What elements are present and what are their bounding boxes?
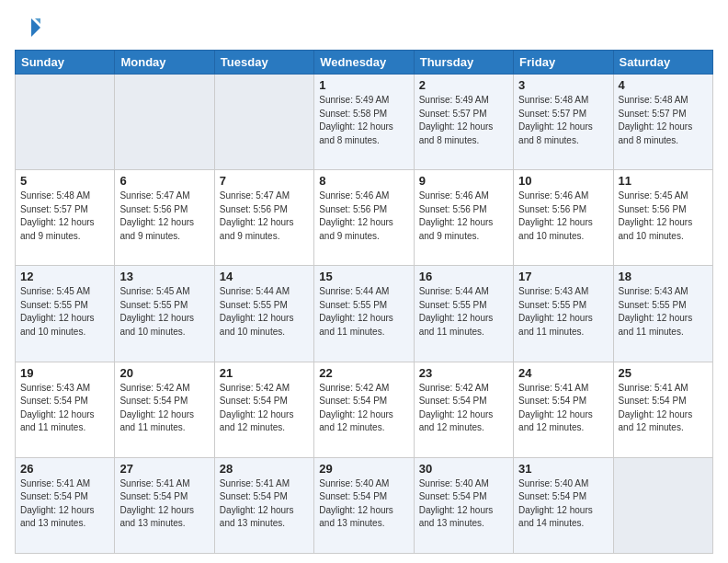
page: SundayMondayTuesdayWednesdayThursdayFrid… — [0, 0, 728, 563]
day-info: Sunrise: 5:42 AMSunset: 5:54 PMDaylight:… — [220, 382, 309, 435]
calendar-cell: 11Sunrise: 5:45 AMSunset: 5:56 PMDayligh… — [613, 170, 712, 266]
day-info: Sunrise: 5:44 AMSunset: 5:55 PMDaylight:… — [319, 285, 408, 339]
day-number: 9 — [419, 174, 508, 188]
day-info: Sunrise: 5:43 AMSunset: 5:54 PMDaylight:… — [20, 382, 109, 435]
day-info: Sunrise: 5:49 AMSunset: 5:58 PMDaylight:… — [319, 94, 408, 147]
day-number: 14 — [220, 270, 309, 283]
weekday-header-monday: Monday — [115, 51, 214, 75]
day-number: 6 — [119, 174, 209, 188]
calendar-cell: 18Sunrise: 5:43 AMSunset: 5:55 PMDayligh… — [613, 266, 712, 362]
calendar-cell: 3Sunrise: 5:48 AMSunset: 5:57 PMDaylight… — [514, 75, 613, 170]
day-info: Sunrise: 5:42 AMSunset: 5:54 PMDaylight:… — [419, 382, 508, 435]
calendar-cell — [115, 75, 214, 170]
week-row-4: 19Sunrise: 5:43 AMSunset: 5:54 PMDayligh… — [16, 362, 713, 457]
day-number: 29 — [319, 462, 408, 476]
calendar-table: SundayMondayTuesdayWednesdayThursdayFrid… — [15, 50, 713, 554]
weekday-header-tuesday: Tuesday — [214, 51, 313, 75]
weekday-header-sunday: Sunday — [16, 51, 115, 75]
calendar-cell: 13Sunrise: 5:45 AMSunset: 5:55 PMDayligh… — [115, 266, 214, 362]
calendar-cell: 15Sunrise: 5:44 AMSunset: 5:55 PMDayligh… — [314, 266, 414, 362]
weekday-header-thursday: Thursday — [414, 51, 513, 75]
day-info: Sunrise: 5:40 AMSunset: 5:54 PMDaylight:… — [518, 477, 608, 531]
day-number: 20 — [119, 366, 209, 380]
calendar-cell: 28Sunrise: 5:41 AMSunset: 5:54 PMDayligh… — [214, 457, 313, 553]
day-info: Sunrise: 5:45 AMSunset: 5:55 PMDaylight:… — [119, 285, 209, 339]
calendar-cell: 5Sunrise: 5:48 AMSunset: 5:57 PMDaylight… — [16, 170, 115, 266]
calendar-cell: 12Sunrise: 5:45 AMSunset: 5:55 PMDayligh… — [16, 266, 115, 362]
day-info: Sunrise: 5:41 AMSunset: 5:54 PMDaylight:… — [119, 477, 209, 531]
calendar-cell: 26Sunrise: 5:41 AMSunset: 5:54 PMDayligh… — [16, 457, 115, 553]
day-info: Sunrise: 5:42 AMSunset: 5:54 PMDaylight:… — [319, 382, 408, 435]
day-info: Sunrise: 5:43 AMSunset: 5:55 PMDaylight:… — [619, 285, 708, 339]
calendar-cell: 7Sunrise: 5:47 AMSunset: 5:56 PMDaylight… — [214, 170, 313, 266]
day-info: Sunrise: 5:47 AMSunset: 5:56 PMDaylight:… — [119, 190, 209, 243]
calendar-cell: 10Sunrise: 5:46 AMSunset: 5:56 PMDayligh… — [514, 170, 613, 266]
day-number: 28 — [220, 462, 309, 476]
day-number: 11 — [619, 174, 708, 188]
day-info: Sunrise: 5:45 AMSunset: 5:56 PMDaylight:… — [619, 190, 708, 243]
day-number: 16 — [419, 270, 508, 283]
day-info: Sunrise: 5:42 AMSunset: 5:54 PMDaylight:… — [119, 382, 209, 435]
day-number: 13 — [119, 270, 209, 283]
day-info: Sunrise: 5:40 AMSunset: 5:54 PMDaylight:… — [319, 477, 408, 531]
calendar-cell: 22Sunrise: 5:42 AMSunset: 5:54 PMDayligh… — [314, 362, 414, 457]
day-number: 19 — [20, 366, 109, 380]
calendar-cell: 2Sunrise: 5:49 AMSunset: 5:57 PMDaylight… — [414, 75, 513, 170]
calendar-cell: 25Sunrise: 5:41 AMSunset: 5:54 PMDayligh… — [613, 362, 712, 457]
day-info: Sunrise: 5:46 AMSunset: 5:56 PMDaylight:… — [419, 190, 508, 243]
day-info: Sunrise: 5:41 AMSunset: 5:54 PMDaylight:… — [20, 477, 109, 531]
weekday-header-saturday: Saturday — [613, 51, 712, 75]
calendar-cell — [214, 75, 313, 170]
weekday-header-row: SundayMondayTuesdayWednesdayThursdayFrid… — [16, 51, 713, 75]
day-number: 10 — [518, 174, 608, 188]
week-row-3: 12Sunrise: 5:45 AMSunset: 5:55 PMDayligh… — [16, 266, 713, 362]
day-info: Sunrise: 5:46 AMSunset: 5:56 PMDaylight:… — [518, 190, 608, 243]
day-number: 30 — [419, 462, 508, 476]
day-info: Sunrise: 5:40 AMSunset: 5:54 PMDaylight:… — [419, 477, 508, 531]
calendar-cell: 30Sunrise: 5:40 AMSunset: 5:54 PMDayligh… — [414, 457, 513, 553]
calendar-cell: 8Sunrise: 5:46 AMSunset: 5:56 PMDaylight… — [314, 170, 414, 266]
day-info: Sunrise: 5:48 AMSunset: 5:57 PMDaylight:… — [518, 94, 608, 147]
day-info: Sunrise: 5:47 AMSunset: 5:56 PMDaylight:… — [220, 190, 309, 243]
day-number: 5 — [20, 174, 109, 188]
day-info: Sunrise: 5:41 AMSunset: 5:54 PMDaylight:… — [220, 477, 309, 531]
day-info: Sunrise: 5:46 AMSunset: 5:56 PMDaylight:… — [319, 190, 408, 243]
calendar-cell: 27Sunrise: 5:41 AMSunset: 5:54 PMDayligh… — [115, 457, 214, 553]
day-number: 25 — [619, 366, 708, 380]
day-info: Sunrise: 5:41 AMSunset: 5:54 PMDaylight:… — [518, 382, 608, 435]
day-info: Sunrise: 5:48 AMSunset: 5:57 PMDaylight:… — [619, 94, 708, 147]
day-info: Sunrise: 5:44 AMSunset: 5:55 PMDaylight:… — [419, 285, 508, 339]
calendar-cell: 21Sunrise: 5:42 AMSunset: 5:54 PMDayligh… — [214, 362, 313, 457]
day-number: 12 — [20, 270, 109, 283]
day-info: Sunrise: 5:48 AMSunset: 5:57 PMDaylight:… — [20, 190, 109, 243]
weekday-header-wednesday: Wednesday — [314, 51, 414, 75]
calendar-cell: 19Sunrise: 5:43 AMSunset: 5:54 PMDayligh… — [16, 362, 115, 457]
day-number: 4 — [619, 78, 708, 92]
day-info: Sunrise: 5:44 AMSunset: 5:55 PMDaylight:… — [220, 285, 309, 339]
calendar-cell: 4Sunrise: 5:48 AMSunset: 5:57 PMDaylight… — [613, 75, 712, 170]
calendar-cell: 17Sunrise: 5:43 AMSunset: 5:55 PMDayligh… — [514, 266, 613, 362]
day-number: 18 — [619, 270, 708, 283]
calendar-cell — [613, 457, 712, 553]
calendar-cell: 14Sunrise: 5:44 AMSunset: 5:55 PMDayligh… — [214, 266, 313, 362]
day-number: 2 — [419, 78, 508, 92]
day-number: 1 — [319, 78, 408, 92]
calendar-cell: 16Sunrise: 5:44 AMSunset: 5:55 PMDayligh… — [414, 266, 513, 362]
calendar-cell: 31Sunrise: 5:40 AMSunset: 5:54 PMDayligh… — [514, 457, 613, 553]
day-number: 26 — [20, 462, 109, 476]
logo-icon — [15, 15, 40, 40]
calendar-cell: 6Sunrise: 5:47 AMSunset: 5:56 PMDaylight… — [115, 170, 214, 266]
calendar-cell: 29Sunrise: 5:40 AMSunset: 5:54 PMDayligh… — [314, 457, 414, 553]
calendar-cell: 24Sunrise: 5:41 AMSunset: 5:54 PMDayligh… — [514, 362, 613, 457]
day-number: 17 — [518, 270, 608, 283]
day-number: 23 — [419, 366, 508, 380]
day-number: 27 — [119, 462, 209, 476]
day-info: Sunrise: 5:49 AMSunset: 5:57 PMDaylight:… — [419, 94, 508, 147]
calendar-cell — [16, 75, 115, 170]
day-number: 24 — [518, 366, 608, 380]
day-number: 7 — [220, 174, 309, 188]
day-number: 8 — [319, 174, 408, 188]
day-info: Sunrise: 5:45 AMSunset: 5:55 PMDaylight:… — [20, 285, 109, 339]
day-number: 22 — [319, 366, 408, 380]
logo — [15, 15, 44, 40]
